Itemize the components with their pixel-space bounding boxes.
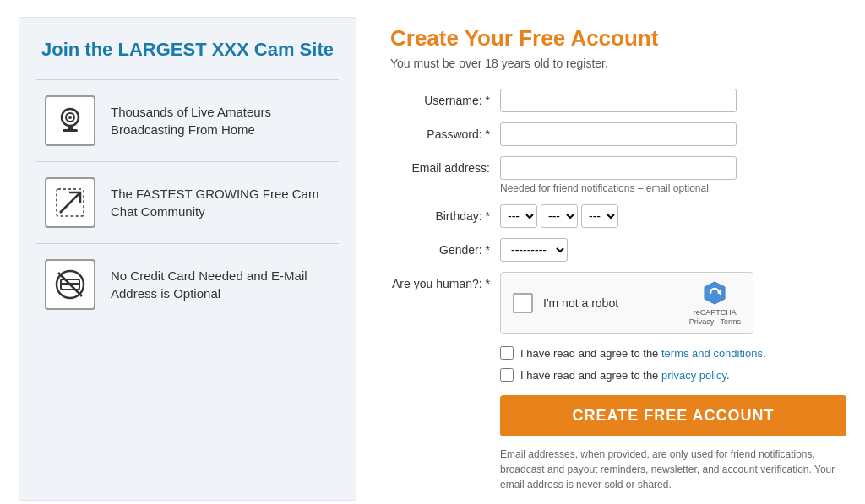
email-input[interactable]	[500, 156, 737, 180]
birthday-fields: --- --- ---	[500, 204, 737, 228]
email-label: Email address:	[390, 156, 500, 175]
feature-webcam: Thousands of Live Amateurs Broadcasting …	[36, 79, 339, 161]
left-panel-title: Join the LARGEST XXX Cam Site	[36, 38, 339, 62]
human-label: Are you human?: *	[390, 272, 500, 290]
privacy-text: I have read and agree to the privacy pol…	[520, 369, 730, 382]
nocreditcard-icon	[45, 259, 95, 310]
password-row: Password: *	[390, 122, 846, 146]
privacy-link[interactable]: privacy policy	[661, 369, 726, 382]
chart-icon	[45, 177, 95, 228]
recaptcha-logo: reCAPTCHA Privacy · Terms	[689, 279, 741, 327]
form-subtitle: You must be over 18 years old to registe…	[390, 57, 846, 70]
gender-row: Gender: * ---------	[390, 238, 846, 262]
birthday-row: Birthday: * --- --- ---	[390, 204, 846, 228]
feature-growth: The FASTEST GROWING Free Cam Chat Commun…	[36, 161, 339, 243]
captcha-box[interactable]: I'm not a robot reCAPTCHA Privacy · Term…	[500, 272, 753, 334]
form-title: Create Your Free Account	[390, 25, 846, 51]
username-field	[500, 89, 737, 112]
right-panel: Create Your Free Account You must be ove…	[390, 17, 846, 501]
birthday-year-select[interactable]: ---	[581, 204, 618, 228]
footer-note: Email addresses, when provided, are only…	[500, 447, 846, 492]
password-input[interactable]	[500, 122, 737, 146]
left-panel: Join the LARGEST XXX Cam Site Thousands …	[19, 17, 356, 501]
username-label: Username: *	[390, 89, 500, 107]
birthday-month-select[interactable]: ---	[500, 204, 537, 228]
email-field-wrapper: Needed for friend notifications – email …	[500, 156, 737, 194]
svg-rect-4	[63, 129, 78, 132]
feature-nocreditcard-text: No Credit Card Needed and E-Mail Address…	[111, 267, 330, 302]
feature-webcam-text: Thousands of Live Amateurs Broadcasting …	[111, 103, 330, 138]
gender-label: Gender: *	[390, 238, 500, 257]
birthday-day-select[interactable]: ---	[541, 204, 578, 228]
svg-point-2	[68, 116, 72, 119]
page-container: Join the LARGEST XXX Cam Site Thousands …	[19, 17, 846, 501]
captcha-checkbox[interactable]	[513, 293, 533, 313]
captcha-label: I'm not a robot	[543, 296, 679, 310]
gender-select[interactable]: ---------	[500, 238, 568, 262]
email-row: Email address: Needed for friend notific…	[390, 156, 846, 194]
webcam-icon	[45, 95, 95, 146]
password-label: Password: *	[390, 122, 500, 141]
birthday-label: Birthday: *	[390, 204, 500, 223]
create-account-button[interactable]: CREATE FREE ACCOUNT	[500, 395, 846, 436]
recaptcha-text: reCAPTCHA Privacy · Terms	[689, 308, 741, 327]
terms-row: I have read and agree to the terms and c…	[500, 346, 846, 360]
email-note: Needed for friend notifications – email …	[500, 182, 737, 194]
privacy-checkbox[interactable]	[500, 368, 514, 382]
gender-field: ---------	[500, 238, 737, 262]
svg-line-6	[60, 192, 80, 213]
terms-text: I have read and agree to the terms and c…	[520, 347, 766, 360]
feature-nocreditcard: No Credit Card Needed and E-Mail Address…	[36, 243, 339, 325]
terms-checkbox[interactable]	[500, 346, 514, 360]
privacy-row: I have read and agree to the privacy pol…	[500, 368, 846, 382]
terms-link[interactable]: terms and conditions	[661, 347, 763, 360]
feature-growth-text: The FASTEST GROWING Free Cam Chat Commun…	[111, 185, 330, 220]
captcha-row: Are you human?: * I'm not a robot reCAPT…	[390, 272, 846, 334]
password-field	[500, 122, 737, 146]
username-input[interactable]	[500, 89, 737, 112]
username-row: Username: *	[390, 89, 846, 112]
